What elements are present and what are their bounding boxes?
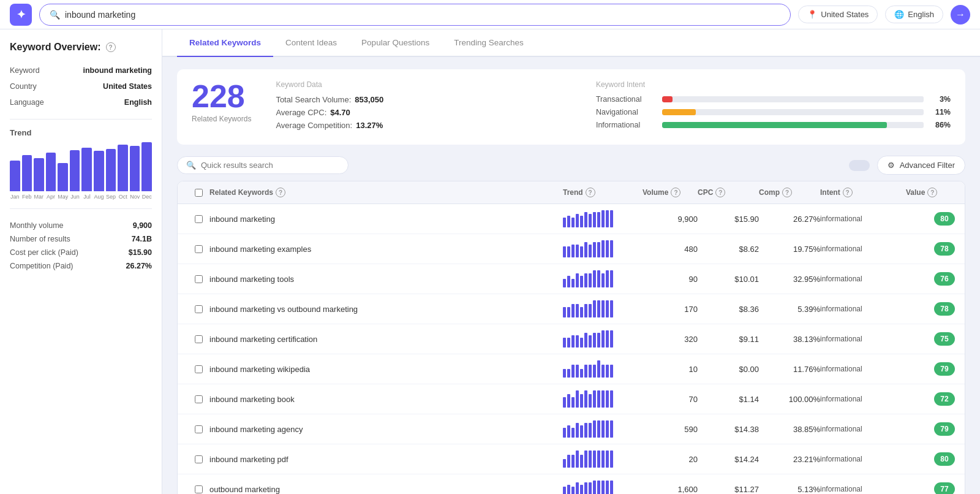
intent-col-info[interactable]: ? [843, 188, 853, 197]
sidebar-bar-1 [22, 142, 32, 191]
row-checkbox-2[interactable] [195, 275, 203, 283]
sidebar-bar-11 [141, 142, 152, 191]
intent-cell: informational [820, 305, 906, 313]
monthly-volume-label: Monthly volume [10, 221, 64, 230]
volume-cell: 70 [643, 395, 698, 404]
row-checkbox-col [187, 215, 209, 223]
row-checkbox-col [187, 425, 209, 433]
main-search-bar[interactable]: 🔍 [39, 4, 791, 26]
comp-cell: 100.00% [759, 395, 820, 404]
quick-search-input[interactable] [201, 161, 339, 170]
intent-cell: informational [820, 275, 906, 283]
language-icon: 🌐 [894, 10, 904, 19]
comp-cell: 19.75% [759, 245, 820, 254]
comp-col-info[interactable]: ? [782, 188, 792, 197]
mini-trend-chart [563, 450, 643, 468]
intent-row-transactional: Transactional 3% [596, 95, 951, 104]
language-selector[interactable]: 🌐 English [885, 6, 943, 23]
divider-1 [10, 119, 152, 120]
cpc-cell: $9.11 [698, 335, 759, 344]
row-checkbox-col [187, 485, 209, 493]
comp-cell: 11.76% [759, 365, 820, 374]
stat-cpc: Cost per click (Paid) $15.90 [10, 246, 152, 259]
comp-cell: 26.27% [759, 215, 820, 224]
row-checkbox-8[interactable] [195, 455, 203, 463]
info-icon[interactable]: ? [106, 42, 116, 52]
comp-cell: 23.21% [759, 455, 820, 464]
toggle-switch[interactable] [849, 160, 870, 171]
value-col-info[interactable]: ? [927, 188, 937, 197]
sidebar-bar-5 [70, 142, 80, 191]
keyword-name: inbound marketing examples [209, 245, 563, 254]
value-badge: 78 [934, 302, 955, 316]
value-badge: 78 [934, 242, 955, 256]
value-badge: 77 [934, 482, 955, 494]
cpc-cell: $0.00 [698, 365, 759, 374]
col-header-trend: Trend ? [563, 188, 643, 197]
intent-cell: informational [820, 485, 906, 493]
cpc-cell: $8.36 [698, 305, 759, 314]
location-selector[interactable]: 📍 United States [798, 6, 878, 23]
row-checkbox-6[interactable] [195, 395, 203, 403]
kw-data-row: Total Search Volume: 853,050 [276, 95, 571, 104]
search-icon: 🔍 [50, 10, 60, 20]
trend-section-label: Trend [10, 128, 152, 137]
keyword-name: inbound marketing vs outbound marketing [209, 305, 563, 314]
tab-content-ideas[interactable]: Content Ideas [273, 29, 349, 57]
row-checkbox-0[interactable] [195, 215, 203, 223]
comp-cell: 5.13% [759, 485, 820, 494]
search-submit-button[interactable]: → [951, 5, 970, 25]
meta-country-row: Country United States [10, 78, 152, 94]
table-header: Related Keywords ? Trend ? Volume ? CPC … [178, 181, 965, 204]
competition-value: 26.27% [126, 262, 152, 270]
mini-trend-chart [563, 240, 643, 257]
sidebar-title: Keyword Overview: ? [10, 42, 152, 53]
results-label: Number of results [10, 235, 70, 243]
volume-cell: 1,600 [643, 485, 698, 494]
competition-label: Competition (Paid) [10, 262, 74, 270]
cpc-value: $15.90 [129, 248, 152, 257]
volume-col-info[interactable]: ? [671, 188, 680, 197]
row-checkbox-5[interactable] [195, 365, 203, 373]
cpc-cell: $14.38 [698, 425, 759, 434]
table-row: inbound marketing wikipedia 10 $0.00 11.… [178, 354, 965, 384]
topbar: ✦ 🔍 📍 United States 🌐 English → [0, 0, 980, 29]
location-label: United States [821, 10, 869, 19]
stat-competition: Competition (Paid) 26.27% [10, 259, 152, 273]
row-checkbox-3[interactable] [195, 305, 203, 313]
sidebar-bar-10 [130, 142, 140, 191]
row-checkbox-4[interactable] [195, 335, 203, 343]
select-all-checkbox[interactable] [195, 189, 203, 197]
big-number-section: 228 Related Keywords [192, 80, 251, 123]
row-checkbox-9[interactable] [195, 485, 203, 493]
table-row: inbound marketing pdf 20 $14.24 23.21% i… [178, 444, 965, 474]
table-row: inbound marketing 9,900 $15.90 26.27% in… [178, 204, 965, 234]
row-checkbox-7[interactable] [195, 425, 203, 433]
sidebar-bar-8 [106, 142, 116, 191]
logo-text: ✦ [17, 8, 26, 21]
keyword-col-info[interactable]: ? [276, 188, 285, 197]
cpc-cell: $11.27 [698, 485, 759, 494]
keyword-value: inbound marketing [83, 66, 153, 75]
intent-title: Keyword Intent [596, 80, 951, 89]
cpc-col-info[interactable]: ? [715, 188, 725, 197]
table-row: inbound marketing examples 480 $8.62 19.… [178, 234, 965, 264]
keyword-name: inbound marketing book [209, 395, 563, 404]
value-badge: 79 [934, 422, 955, 436]
advanced-filter-button[interactable]: ⚙ Advanced Filter [877, 156, 965, 175]
tab-popular-questions[interactable]: Popular Questions [349, 29, 442, 57]
intent-cell: informational [820, 335, 906, 343]
tab-trending-searches[interactable]: Trending Searches [442, 29, 536, 57]
mini-trend-chart [563, 420, 643, 438]
mini-trend-chart [563, 270, 643, 287]
tab-related-keywords[interactable]: Related Keywords [177, 29, 273, 57]
intent-cell: informational [820, 245, 906, 253]
row-checkbox-1[interactable] [195, 245, 203, 253]
value-cell: 75 [906, 332, 955, 346]
quick-search[interactable]: 🔍 [177, 156, 349, 174]
volume-cell: 10 [643, 365, 698, 374]
search-input[interactable] [65, 10, 780, 20]
sidebar-stats: Monthly volume 9,900 Number of results 7… [10, 219, 152, 273]
row-checkbox-col [187, 335, 209, 343]
trend-col-info[interactable]: ? [586, 188, 595, 197]
